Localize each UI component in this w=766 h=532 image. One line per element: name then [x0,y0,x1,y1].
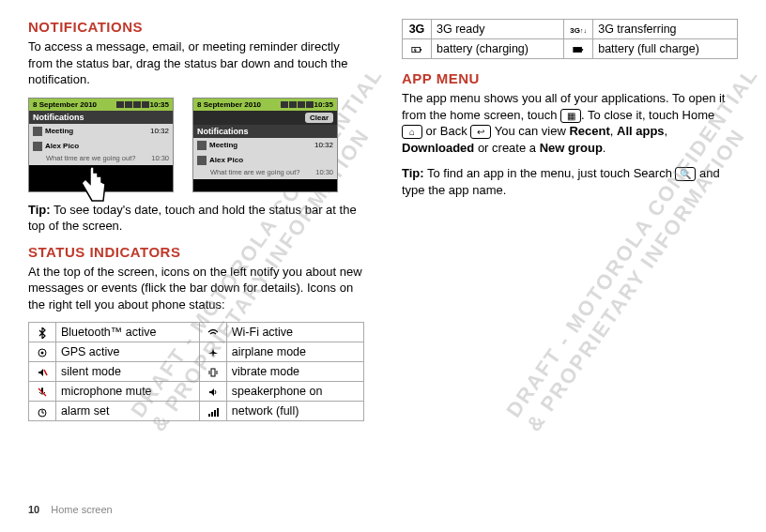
status-icon [116,101,124,108]
newgroup-label: New group [540,141,603,155]
status-indicators-body: At the top of the screen, icons on the l… [28,264,364,313]
notifications-heading: NOTIFICATIONS [28,19,364,35]
comma2: , [665,124,668,138]
cell-battery-full: battery (full charge) [593,39,738,59]
battery-charging-icon [403,39,432,59]
phone-screenshot-2: 8 September 2010 10:35 Clear Notificatio… [192,98,338,192]
cell-speaker: speakerphone on [226,382,363,402]
svg-rect-12 [208,414,210,417]
gps-icon [29,342,56,362]
three-g-transfer-label: 3G [570,26,580,35]
app-menu-heading: APP MENU [402,70,738,86]
phone1-time: 10:35 [150,100,169,109]
phone-screenshots: 8 September 2010 10:35 Notifications Mee… [28,98,364,192]
mic-mute-icon [29,382,56,402]
downloaded-label: Downloaded [402,141,474,155]
cell-mic-mute: microphone mute [56,382,200,402]
phone1-item2-title: Alex Pico [45,142,79,150]
calendar-icon [197,141,207,150]
wifi-icon [199,323,226,342]
svg-point-2 [41,352,44,355]
phone1-item2-sub: What time are we going out? 10:30 [29,154,173,165]
status-icon [281,101,288,108]
status-icon [306,101,314,108]
notifications-body: To access a message, email, or meeting r… [28,38,364,88]
phone2-status-icons: 10:35 [281,100,333,109]
cell-alarm: alarm set [56,402,200,421]
tip2-label: Tip: [402,166,424,180]
phone1-notif-label: Notifications [33,113,84,122]
tip2: Tip: To find an app in the menu, just to… [402,165,738,198]
status-icon [142,101,149,108]
cell-bluetooth: Bluetooth™ active [56,323,200,342]
table-row: 3G 3G ready 3G↑↓ 3G transferring [403,20,738,39]
comma1: , [610,124,617,138]
phone2-clear-row: Clear [193,111,337,125]
app-body-1c: or Back [422,124,470,138]
tip1: Tip: To see today's date, touch and hold… [28,202,364,235]
airplane-icon [199,342,226,362]
phone2-notif-item-2: Alex Pico [193,153,337,168]
status-icon [125,101,132,108]
phone2-item1-title: Meeting [209,141,237,149]
phone1-item2-time: 10:30 [151,154,169,162]
phone1-item1-title: Meeting [45,127,73,135]
network-icon [199,402,226,421]
status-icon [298,101,305,108]
cell-gps: GPS active [56,342,200,362]
svg-rect-4 [211,369,215,376]
phone2-notif-header: Notifications [193,125,337,138]
speaker-icon [199,382,226,402]
status-indicators-heading: STATUS INDICATORS [28,244,364,260]
recent-label: Recent [569,124,609,138]
svg-rect-15 [217,408,219,417]
phone1-item2-subtext: What time are we going out? [46,154,135,162]
cell-3g-ready: 3G ready [432,20,564,39]
phone2-notif-body: Meeting 10:32 Alex Pico What time are we… [193,138,337,179]
phone2-item2-sub: What time are we going out? 10:30 [193,168,337,179]
phone1-notif-item-2: Alex Pico [29,139,173,154]
cell-3g-transferring: 3G transferring [593,20,738,39]
phone2-time: 10:35 [314,100,333,109]
grid-icon: ▦ [560,109,581,123]
phone1-status-icons: 10:35 [116,100,169,109]
svg-rect-13 [211,412,213,417]
table-row: alarm set network (full) [29,402,364,421]
svg-rect-14 [214,410,216,417]
three-g-label: 3G [409,23,425,36]
left-column: NOTIFICATIONS To access a message, email… [28,19,364,421]
phone1-date: 8 September 2010 [33,100,97,109]
status-icon [289,101,297,108]
allapps-label: All apps [617,124,665,138]
phone1-notif-body: Meeting 10:32 Alex Pico What time are we… [29,124,173,165]
cell-network: network (full) [226,402,363,421]
status-icon-table: Bluetooth™ active Wi-Fi active GPS activ… [28,322,364,421]
footer-section: Home screen [51,504,112,515]
phone2-item1-time: 10:32 [314,141,333,149]
calendar-icon [33,127,42,136]
tip1-label: Tip: [28,203,51,217]
or-create: or create a [474,141,539,155]
phone2-item2-title: Alex Pico [209,156,243,164]
tip2-body1: To find an app in the menu, just touch S… [424,166,676,180]
phone1-notif-header: Notifications [29,111,173,124]
message-icon [33,142,42,151]
status-icon [133,101,141,108]
search-icon: 🔍 [675,167,696,181]
table-row: Bluetooth™ active Wi-Fi active [29,323,364,342]
phone2-item2-time: 10:30 [315,168,333,176]
app-menu-body: The app menu shows you all of your appli… [402,90,738,156]
clear-button[interactable]: Clear [305,113,333,123]
svg-rect-18 [574,47,582,52]
svg-line-3 [44,370,47,375]
table-row: GPS active airplane mode [29,342,364,362]
table-row: silent mode vibrate mode [29,362,364,382]
cell-silent: silent mode [56,362,200,382]
page-footer: 10Home screen [28,504,113,515]
home-icon: ⌂ [402,125,422,139]
phone2-notif-label: Notifications [197,127,249,136]
message-icon [197,156,207,165]
phone2-date: 8 September 2010 [197,100,261,109]
silent-icon [29,362,56,382]
phone-screenshot-1: 8 September 2010 10:35 Notifications Mee… [28,98,174,192]
